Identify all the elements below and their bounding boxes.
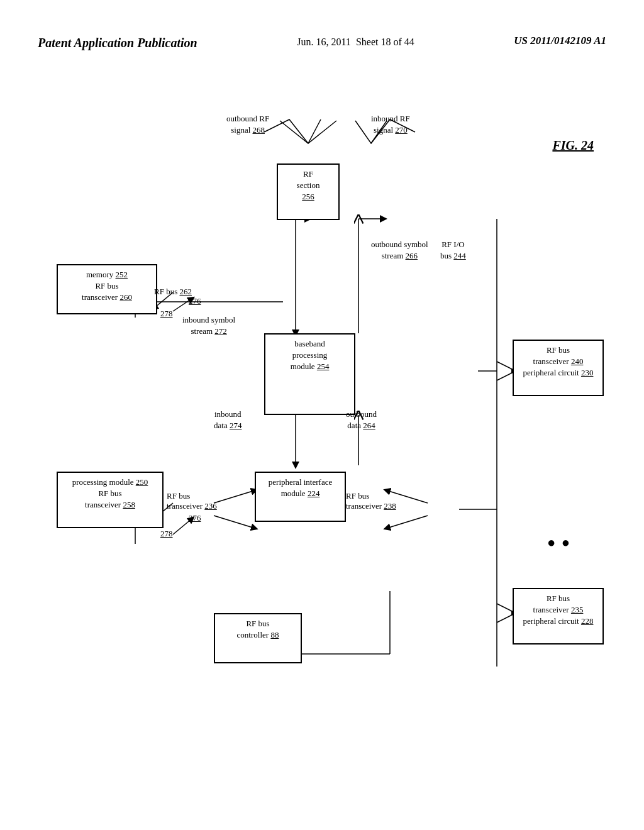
page: Patent Application Publication Jun. 16, … (0, 0, 644, 830)
memory-box: memory 252 RF bus transceiver 260 (57, 264, 157, 314)
ref-278-bot: 278 (160, 528, 173, 540)
peripheral-circuit-228-box: RF bus transceiver 235 peripheral circui… (513, 588, 604, 645)
rf-bus-controller-box: RF bus controller 88 (214, 613, 302, 663)
rf-bus-262-label: RF bus 262 (154, 286, 192, 297)
figure-label: FIG. 24 (552, 138, 594, 153)
svg-line-17 (214, 490, 255, 503)
processing-module-box: processing module 250 RF bus transceiver… (57, 472, 164, 528)
ref-278-top: 278 (160, 308, 173, 319)
svg-marker-2 (280, 121, 336, 143)
dots-ellipsis: ● ● (547, 534, 571, 551)
outbound-data-label: outbound data 264 (346, 409, 377, 431)
outbound-rf-label: outbound RF signal 268 (226, 113, 269, 136)
header: Patent Application Publication Jun. 16, … (0, 35, 644, 51)
inbound-symbol-label: inbound symbol stream 272 (182, 314, 235, 337)
inbound-data-label: inbound data 274 (214, 409, 242, 431)
rf-io-bus-label: RF I/O bus 244 (440, 239, 466, 262)
patent-number: US 2011/0142109 A1 (514, 35, 606, 47)
sheet-info: Jun. 16, 2011 Sheet 18 of 44 (297, 35, 414, 50)
svg-line-18 (214, 516, 255, 528)
peripheral-circuit-230-box: RF bus transceiver 240 peripheral circui… (513, 340, 604, 396)
publication-title: Patent Application Publication (38, 35, 197, 51)
rf-section-box: RF section 256 (277, 163, 340, 220)
ref-276-top: 276 (189, 296, 201, 307)
ref-276-bot: 276 (189, 512, 201, 524)
diagram: FIG. 24 (38, 101, 606, 780)
baseband-box: baseband processing module 254 (264, 333, 355, 415)
outbound-symbol-label: outbound symbol stream 266 (371, 239, 428, 262)
peripheral-interface-box: peripheral interface module 224 (255, 472, 346, 522)
inbound-rf-label: inbound RF signal 270 (371, 113, 410, 136)
svg-line-20 (387, 516, 428, 528)
